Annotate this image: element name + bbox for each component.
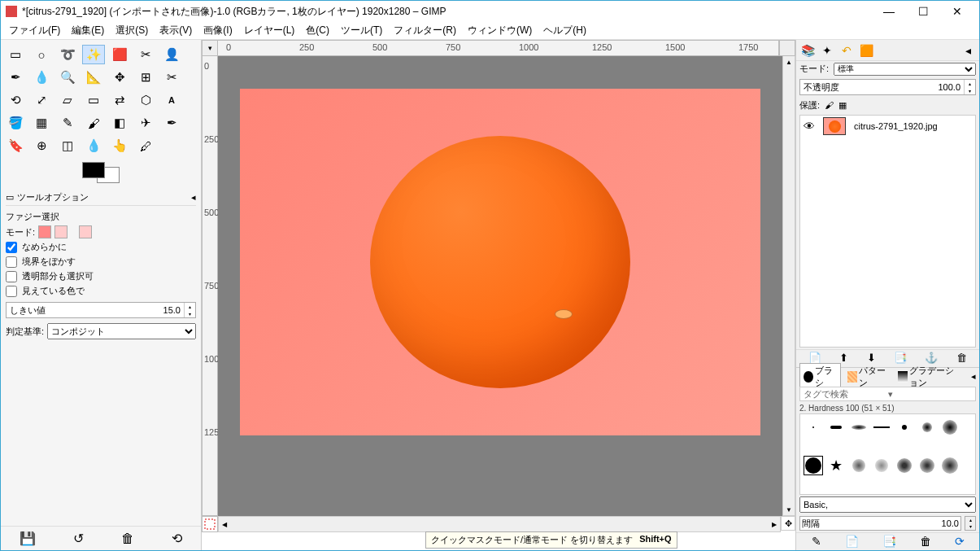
brush-grid[interactable]: ★ <box>799 413 976 495</box>
brush-item[interactable] <box>849 418 869 437</box>
tool-heal[interactable]: ⊕ <box>30 136 53 155</box>
opacity-up[interactable]: ▴ <box>965 80 975 87</box>
tool-free-select[interactable]: ➰ <box>56 45 79 64</box>
menu-edit[interactable]: 編集(E) <box>67 22 109 39</box>
ruler-corner[interactable]: ▾ <box>202 40 218 56</box>
tool-rect-select[interactable]: ▭ <box>4 45 27 64</box>
delete-options-icon[interactable]: 🗑 <box>121 531 134 546</box>
tool-blur[interactable]: 💧 <box>82 136 105 155</box>
tool-scissors[interactable]: ✂ <box>134 45 157 64</box>
tool-scale[interactable]: ⤢ <box>30 90 53 110</box>
canvas-area[interactable] <box>218 56 782 516</box>
scroll-left-icon[interactable]: ◀ <box>219 521 230 528</box>
ruler-vertical[interactable]: 0 250 500 750 1000 1250 <box>202 56 218 516</box>
tool-ellipse-select[interactable]: ○ <box>30 45 53 64</box>
navigation-icon[interactable]: ✥ <box>781 516 795 531</box>
tool-crop[interactable]: ✂ <box>160 68 183 87</box>
tool-shear[interactable]: ▱ <box>56 90 79 110</box>
dock-menu-icon[interactable]: ◂ <box>960 42 976 59</box>
save-options-icon[interactable]: 💾 <box>20 531 36 546</box>
brush-item[interactable] <box>826 418 846 437</box>
brush-item[interactable] <box>917 418 937 437</box>
minimize-button[interactable]: — <box>872 2 906 21</box>
delete-brush-icon[interactable]: 🗑 <box>920 535 931 549</box>
tool-pencil[interactable]: ✎ <box>56 113 79 133</box>
brush-item[interactable]: ★ <box>826 456 846 475</box>
menu-view[interactable]: 表示(V) <box>155 22 197 39</box>
tool-clone[interactable]: 🔖 <box>4 136 27 155</box>
scroll-right-icon[interactable]: ▶ <box>769 521 780 528</box>
tool-perspective-clone[interactable]: ◫ <box>56 136 79 155</box>
opacity-row[interactable]: 不透明度 100.0 ▴▾ <box>799 79 976 95</box>
brush-item[interactable] <box>872 418 891 437</box>
spacing-field[interactable]: 間隔 10.0 <box>799 516 961 531</box>
layer-name[interactable]: citrus-2791_1920.jpg <box>854 121 938 131</box>
tool-ink[interactable]: ✒ <box>160 113 183 133</box>
menu-help[interactable]: ヘルプ(H) <box>538 22 591 39</box>
tool-airbrush[interactable]: ✈ <box>134 113 157 133</box>
brush-item[interactable] <box>940 456 960 475</box>
tool-measure[interactable]: 📐 <box>82 68 105 87</box>
layer-row[interactable]: 👁 citrus-2791_1920.jpg <box>800 116 975 137</box>
maximize-button[interactable]: ☐ <box>906 2 940 21</box>
tool-blend[interactable]: ▦ <box>30 113 53 133</box>
layers-dock-icon[interactable]: 📚 <box>799 42 816 59</box>
paths-dock-icon[interactable]: 🟧 <box>858 42 874 59</box>
edit-brush-icon[interactable]: ✎ <box>812 535 821 549</box>
image-canvas[interactable] <box>240 89 760 435</box>
tool-fuzzy-select[interactable]: ✨ <box>82 45 105 64</box>
brush-search[interactable]: タグで検索 ▾ <box>799 387 976 401</box>
tool-paintbrush[interactable]: 🖌 <box>82 113 105 133</box>
brush-preset-select[interactable]: Basic, <box>799 496 976 513</box>
tool-color-picker[interactable]: 💧 <box>30 68 53 87</box>
scrollbar-vertical[interactable]: ▲ ▼ <box>782 56 795 516</box>
brush-item[interactable] <box>940 418 960 437</box>
tool-by-color-select[interactable]: 🟥 <box>108 45 131 64</box>
brush-dock-menu-icon[interactable]: ◂ <box>971 371 976 382</box>
menu-color[interactable]: 色(C) <box>301 22 334 39</box>
brush-item[interactable] <box>895 418 914 437</box>
threshold-up[interactable]: ▴ <box>185 303 195 310</box>
threshold-row[interactable]: しきい値 15.0 ▴▾ <box>6 302 196 318</box>
spacing-down[interactable]: ▾ <box>965 523 975 530</box>
tool-move[interactable]: ✥ <box>108 68 131 87</box>
tool-align[interactable]: ⊞ <box>134 68 157 87</box>
menu-file[interactable]: ファイル(F) <box>4 22 65 39</box>
channels-dock-icon[interactable]: ✦ <box>819 42 835 59</box>
brush-item[interactable] <box>804 418 823 437</box>
brush-item[interactable] <box>895 456 914 475</box>
reset-options-icon[interactable]: ⟲ <box>172 531 182 546</box>
scroll-down-icon[interactable]: ▼ <box>783 504 795 515</box>
tool-options-menu-icon[interactable]: ◂ <box>191 192 196 203</box>
mode-select[interactable]: 標準 <box>834 63 976 76</box>
ruler-horizontal[interactable]: 0 250 500 750 1000 1250 1500 1750 <box>218 40 779 56</box>
tool-rotate[interactable]: ⟲ <box>4 90 27 110</box>
layer-thumbnail[interactable] <box>823 117 846 135</box>
tool-cage[interactable]: ⬡ <box>134 90 157 110</box>
brush-item-selected[interactable] <box>804 456 823 475</box>
brush-item[interactable] <box>917 456 937 475</box>
menu-image[interactable]: 画像(I) <box>198 22 237 39</box>
mode-subtract[interactable] <box>79 225 92 238</box>
tool-bucket-fill[interactable]: 🪣 <box>4 113 27 133</box>
check-feather[interactable] <box>6 256 17 268</box>
tool-foreground-select[interactable]: 👤 <box>160 45 183 64</box>
tool-dodge-burn[interactable]: 🖊 <box>134 136 157 155</box>
check-smooth[interactable] <box>6 242 17 253</box>
layers-list[interactable]: 👁 citrus-2791_1920.jpg <box>799 115 976 348</box>
menu-filter[interactable]: フィルター(R) <box>389 22 461 39</box>
check-transparent[interactable] <box>6 271 17 282</box>
tab-pattern[interactable]: パターン <box>844 364 891 390</box>
undo-history-icon[interactable]: ↶ <box>838 42 855 59</box>
foreground-color[interactable] <box>82 162 105 178</box>
color-swatch[interactable] <box>4 162 198 183</box>
scrollbar-horizontal[interactable]: ◀ ▶ <box>218 516 781 532</box>
tool-text[interactable]: A <box>160 90 183 110</box>
tool-eraser[interactable]: ◧ <box>108 113 131 133</box>
duplicate-brush-icon[interactable]: 📑 <box>882 535 896 549</box>
new-brush-icon[interactable]: 📄 <box>845 535 859 549</box>
tool-smudge[interactable]: 👆 <box>108 136 131 155</box>
mode-add[interactable] <box>54 225 68 238</box>
visibility-icon[interactable]: 👁 <box>804 120 815 133</box>
menu-layer[interactable]: レイヤー(L) <box>239 22 300 39</box>
